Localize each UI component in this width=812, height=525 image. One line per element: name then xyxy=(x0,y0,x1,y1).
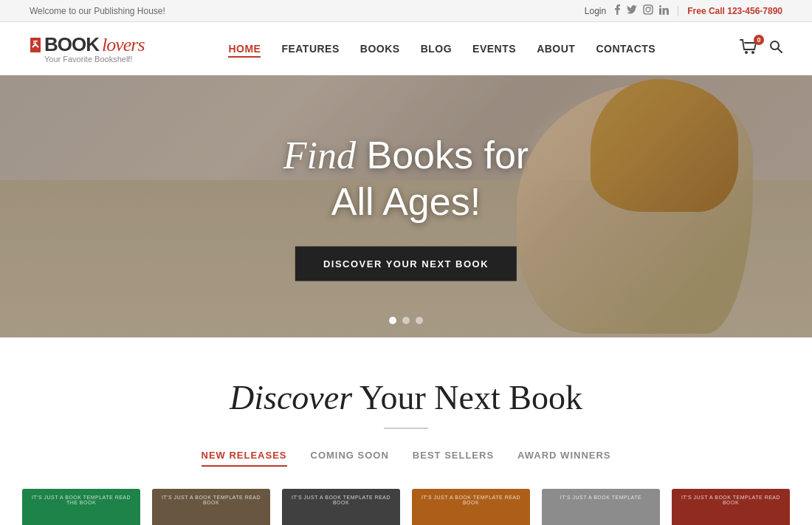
svg-rect-7 xyxy=(33,42,36,44)
svg-point-9 xyxy=(751,51,754,54)
tab-new-releases[interactable]: NEW RELEASES xyxy=(202,450,287,467)
hero-cta-button[interactable]: DISCOVER YOUR NEXT BOOK xyxy=(295,247,517,281)
login-link[interactable]: Login xyxy=(585,6,606,16)
nav-item-home[interactable]: HOME xyxy=(228,43,261,55)
books-grid: IT'S JUST A BOOK TEMPLATE READ THE BOOK … xyxy=(30,489,782,525)
linkedin-icon[interactable] xyxy=(659,5,669,17)
slide-dot-2[interactable] xyxy=(402,317,410,324)
tab-best-sellers[interactable]: BEST SELLERS xyxy=(413,450,494,467)
hero-slider: Find Books forAll Ages! DISCOVER YOUR NE… xyxy=(0,75,812,337)
main-nav: HOME FEATURES BOOKS BLOG EVENTS ABOUT CO… xyxy=(228,43,656,55)
discover-section: Discover Your Next Book NEW RELEASES COM… xyxy=(0,337,812,525)
svg-point-1 xyxy=(646,7,650,12)
section-title: Discover Your Next Book xyxy=(30,378,782,417)
header: BOOKlovers Your Favorite Bookshelf! HOME… xyxy=(0,22,812,75)
topbar: Welcome to our Publishing House! Login F… xyxy=(0,0,812,22)
book-card-3[interactable]: IT'S JUST A BOOK TEMPLATE READ BOOK xyxy=(282,489,400,525)
topbar-divider xyxy=(678,6,678,16)
hero-dots xyxy=(389,317,423,324)
topbar-right: Login Free Call 123-456-7890 xyxy=(585,4,782,17)
search-button[interactable] xyxy=(769,40,782,57)
book-label-5: IT'S JUST A BOOK TEMPLATE xyxy=(548,495,654,500)
nav-item-events[interactable]: EVENTS xyxy=(472,43,516,55)
tab-coming-soon[interactable]: COMING SOON xyxy=(311,450,389,467)
logo-text: BOOKlovers xyxy=(30,33,145,56)
search-icon xyxy=(769,40,782,53)
book-tabs: NEW RELEASES COMING SOON BEST SELLERS AW… xyxy=(30,450,782,467)
svg-point-8 xyxy=(745,51,748,54)
slide-dot-3[interactable] xyxy=(416,317,423,324)
book-label-1: IT'S JUST A BOOK TEMPLATE READ THE BOOK xyxy=(28,495,134,505)
nav-item-features[interactable]: FEATURES xyxy=(281,43,339,55)
logo-lovers: lovers xyxy=(102,34,145,56)
section-divider xyxy=(384,428,428,429)
nav-item-contacts[interactable]: CONTACTS xyxy=(596,43,656,55)
svg-point-4 xyxy=(659,5,661,7)
cart-button[interactable]: 0 xyxy=(740,39,759,58)
nav-right: 0 xyxy=(740,39,782,58)
svg-rect-0 xyxy=(644,5,653,14)
cart-badge: 0 xyxy=(754,35,764,45)
logo-tagline: Your Favorite Bookshelf! xyxy=(44,55,145,64)
social-icons xyxy=(615,4,669,17)
nav-item-books[interactable]: BOOKS xyxy=(360,43,400,55)
instagram-icon[interactable] xyxy=(643,4,653,17)
logo-book: BOOK xyxy=(44,33,99,56)
book-label-4: IT'S JUST A BOOK TEMPLATE READ BOOK xyxy=(418,495,524,505)
welcome-text: Welcome to our Publishing House! xyxy=(30,6,165,16)
logo: BOOKlovers Your Favorite Bookshelf! xyxy=(30,33,145,64)
svg-point-2 xyxy=(650,7,652,8)
facebook-icon[interactable] xyxy=(615,4,621,17)
svg-rect-3 xyxy=(659,8,661,15)
nav-item-about[interactable]: ABOUT xyxy=(537,43,575,55)
tab-award-winners[interactable]: AWARD WINNERS xyxy=(517,450,610,467)
book-card-6[interactable]: IT'S JUST A BOOK TEMPLATE READ BOOK xyxy=(672,489,790,525)
nav-item-blog[interactable]: BLOG xyxy=(421,43,452,55)
free-call: Free Call 123-456-7890 xyxy=(687,6,782,16)
phone-number: 123-456-7890 xyxy=(727,6,782,16)
book-card-2[interactable]: IT'S JUST A BOOK TEMPLATE READ BOOK xyxy=(152,489,270,525)
svg-rect-6 xyxy=(33,41,38,42)
book-card-5[interactable]: IT'S JUST A BOOK TEMPLATE xyxy=(542,489,660,525)
hero-content: Find Books forAll Ages! DISCOVER YOUR NE… xyxy=(283,131,529,281)
book-label-3: IT'S JUST A BOOK TEMPLATE READ BOOK xyxy=(288,495,394,505)
book-card-1[interactable]: IT'S JUST A BOOK TEMPLATE READ THE BOOK xyxy=(22,489,140,525)
bookmark-icon xyxy=(30,37,41,53)
slide-dot-1[interactable] xyxy=(389,317,396,324)
book-label-6: IT'S JUST A BOOK TEMPLATE READ BOOK xyxy=(678,495,784,505)
hero-title: Find Books forAll Ages! xyxy=(283,131,529,224)
book-label-2: IT'S JUST A BOOK TEMPLATE READ BOOK xyxy=(158,495,264,505)
twitter-icon[interactable] xyxy=(627,5,637,16)
book-card-4[interactable]: IT'S JUST A BOOK TEMPLATE READ BOOK xyxy=(412,489,530,525)
